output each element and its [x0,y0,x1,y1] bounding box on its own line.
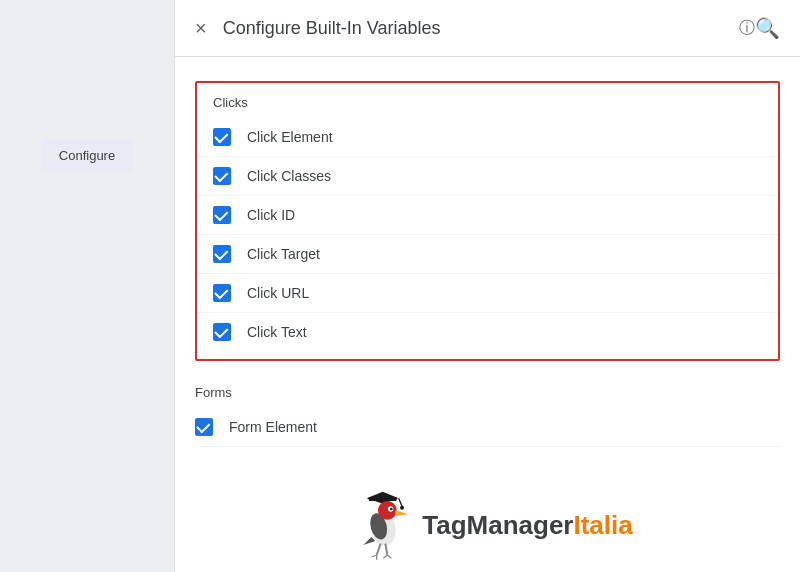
list-item[interactable]: Form Element [195,408,780,447]
variable-name-click-url: Click URL [247,285,309,301]
svg-line-15 [388,555,392,558]
checkbox-form-element[interactable] [195,418,213,436]
checkbox-checked-icon [213,323,231,341]
panel-header: × Configure Built-In Variables ⓘ 🔍 [175,0,800,57]
svg-marker-16 [364,537,376,545]
variable-name-click-element: Click Element [247,129,333,145]
checkbox-checked-icon [213,128,231,146]
checkbox-click-target[interactable] [213,245,231,263]
checkbox-checked-icon [213,206,231,224]
svg-line-11 [386,544,388,555]
clicks-section-label: Clicks [197,95,778,118]
svg-line-2 [399,498,402,506]
svg-point-8 [390,508,393,511]
forms-section-label: Forms [195,385,780,408]
list-item[interactable]: Click Classes [197,157,778,196]
clicks-section: Clicks Click Element Click Classes Click… [195,81,780,361]
svg-point-6 [378,501,397,520]
search-icon[interactable]: 🔍 [755,16,780,40]
checkbox-click-text[interactable] [213,323,231,341]
checkbox-checked-icon [195,418,213,436]
svg-line-14 [384,555,388,558]
checkbox-click-id[interactable] [213,206,231,224]
checkbox-click-element[interactable] [213,128,231,146]
checkbox-click-classes[interactable] [213,167,231,185]
configure-button[interactable]: Configure [41,140,133,171]
bird-logo-icon [342,485,422,565]
checkbox-click-url[interactable] [213,284,231,302]
logo-area: TagManagerItalia [175,465,800,572]
forms-section: Forms Form Element [175,377,800,455]
variable-name-click-text: Click Text [247,324,307,340]
list-item[interactable]: Click Text [197,313,778,351]
checkbox-checked-icon [213,167,231,185]
svg-line-10 [377,544,381,555]
checkbox-checked-icon [213,284,231,302]
help-icon[interactable]: ⓘ [739,18,755,39]
svg-marker-1 [367,492,399,504]
svg-point-3 [400,506,404,510]
panel-title: Configure Built-In Variables [223,18,731,39]
logo-text-orange: Italia [573,510,632,540]
close-icon[interactable]: × [195,18,207,38]
main-panel: × Configure Built-In Variables ⓘ 🔍 Click… [175,0,800,572]
list-item[interactable]: Click Element [197,118,778,157]
logo-text: TagManagerItalia [422,510,632,541]
list-item[interactable]: Click ID [197,196,778,235]
list-item[interactable]: Click Target [197,235,778,274]
variable-name-click-classes: Click Classes [247,168,331,184]
svg-marker-9 [396,510,409,515]
panel-content: Clicks Click Element Click Classes Click… [175,57,800,572]
logo-text-black: TagManager [422,510,573,540]
variable-name-click-target: Click Target [247,246,320,262]
checkbox-checked-icon [213,245,231,263]
list-item[interactable]: Click URL [197,274,778,313]
sidebar: Configure [0,0,175,572]
variable-name-click-id: Click ID [247,207,295,223]
variable-name-form-element: Form Element [229,419,317,435]
svg-line-12 [372,555,377,557]
